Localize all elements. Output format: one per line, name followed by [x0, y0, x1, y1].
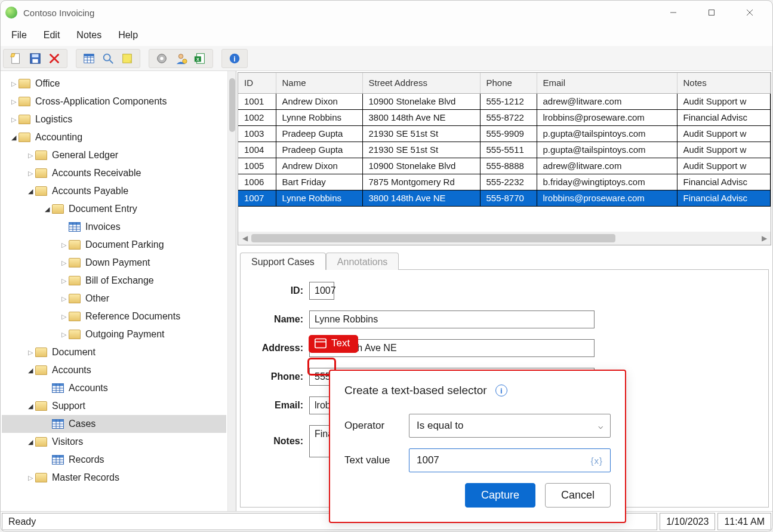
tree-leaf-records[interactable]: Records [2, 451, 226, 469]
tree-folder-general-ledger[interactable]: ▷General Ledger [2, 146, 226, 164]
menu-notes[interactable]: Notes [68, 26, 110, 44]
cell[interactable]: 555-9909 [480, 125, 537, 142]
cell[interactable]: 555-8722 [480, 109, 537, 125]
col-email[interactable]: Email [537, 73, 677, 93]
tree-caret-icon[interactable]: ▷ [59, 295, 69, 303]
cell[interactable]: 3800 148th Ave NE [362, 190, 480, 206]
cell[interactable]: lrobbins@proseware.com [537, 190, 677, 206]
text-selector-badge[interactable]: Text [309, 335, 358, 353]
col-id[interactable]: ID [238, 73, 276, 93]
tree-folder-accounts[interactable]: ◢Accounts [2, 361, 226, 379]
menu-help[interactable]: Help [110, 26, 146, 44]
delete-icon[interactable] [47, 51, 62, 66]
cell[interactable]: adrew@litware.com [537, 93, 677, 109]
text-value-input[interactable]: 1007 {x} [409, 448, 611, 472]
cell[interactable]: 1005 [238, 158, 276, 174]
save-icon[interactable] [27, 51, 43, 66]
tree-caret-icon[interactable]: ▷ [9, 116, 19, 124]
menu-edit[interactable]: Edit [35, 26, 69, 44]
user-icon[interactable] [173, 51, 189, 66]
cell[interactable]: Lynne Robbins [276, 190, 362, 206]
tree-folder-document-entry[interactable]: ◢Document Entry [2, 200, 226, 218]
cell[interactable]: 555-2232 [480, 174, 537, 190]
note-icon[interactable] [119, 51, 135, 66]
cell[interactable]: Lynne Robbins [276, 109, 362, 125]
cell[interactable]: 1004 [238, 142, 276, 158]
cell[interactable]: Pradeep Gupta [276, 142, 362, 158]
tree[interactable]: ▷Office▷Cross-Application Components▷Log… [1, 71, 227, 511]
col-phone[interactable]: Phone [480, 73, 537, 93]
table-row[interactable]: 1002Lynne Robbins3800 148th Ave NE555-87… [238, 109, 771, 125]
excel-icon[interactable]: X [192, 51, 208, 66]
variable-hint[interactable]: {x} [590, 456, 603, 466]
operator-select[interactable]: Is equal to ⌵ [409, 414, 611, 438]
cell[interactable]: 555-8888 [480, 158, 537, 174]
cell[interactable]: 7875 Montgomery Rd [362, 174, 480, 190]
cell[interactable]: 1007 [238, 190, 276, 206]
tree-folder-logistics[interactable]: ▷Logistics [2, 110, 226, 128]
cell[interactable]: p.gupta@tailspintoys.com [537, 125, 677, 142]
table-row[interactable]: 1004Pradeep Gupta21930 SE 51st St555-551… [238, 142, 771, 158]
capture-button[interactable]: Capture [465, 483, 535, 508]
table-row[interactable]: 1007Lynne Robbins3800 148th Ave NE555-87… [238, 190, 771, 206]
cell[interactable]: Audit Support w [677, 125, 771, 142]
cell[interactable]: Audit Support w [677, 93, 771, 109]
cell[interactable]: 1001 [238, 93, 276, 109]
tree-folder-down-payment[interactable]: ▷Down Payment [2, 254, 226, 272]
search-icon[interactable] [100, 51, 116, 66]
tree-caret-icon[interactable]: ◢ [42, 205, 52, 213]
tree-folder-bill-of-exchange[interactable]: ▷Bill of Exchange [2, 272, 226, 290]
tree-caret-icon[interactable]: ▷ [9, 98, 19, 106]
cell[interactable]: Financial Advisc [677, 190, 771, 206]
scroll-left-icon[interactable]: ◀ [238, 234, 251, 242]
tree-folder-accounting[interactable]: ◢Accounting [2, 128, 226, 146]
maximize-button[interactable] [701, 4, 722, 21]
gear-icon[interactable] [154, 51, 170, 66]
cell[interactable]: 21930 SE 51st St [362, 125, 480, 142]
tree-folder-accounts-receivable[interactable]: ▷Accounts Receivable [2, 164, 226, 182]
tree-caret-icon[interactable]: ▷ [59, 331, 69, 339]
col-name[interactable]: Name [276, 73, 362, 93]
cell[interactable]: p.gupta@tailspintoys.com [537, 142, 677, 158]
tree-folder-cross-application-components[interactable]: ▷Cross-Application Components [2, 93, 226, 110]
tree-folder-outgoing-payment[interactable]: ▷Outgoing Payment [2, 325, 226, 343]
cell[interactable]: Pradeep Gupta [276, 125, 362, 142]
tree-caret-icon[interactable]: ▷ [59, 277, 69, 285]
table-row[interactable]: 1005Andrew Dixon10900 Stonelake Blvd555-… [238, 158, 771, 174]
tree-folder-master-records[interactable]: ▷Master Records [2, 469, 226, 487]
tree-scrollbar[interactable] [227, 71, 236, 511]
col-street-address[interactable]: Street Address [362, 73, 480, 93]
cell[interactable]: 555-1212 [480, 93, 537, 109]
tree-folder-document-parking[interactable]: ▷Document Parking [2, 236, 226, 254]
tree-folder-accounts-payable[interactable]: ◢Accounts Payable [2, 182, 226, 200]
close-button[interactable] [739, 4, 760, 21]
tree-folder-reference-documents[interactable]: ▷Reference Documents [2, 307, 226, 325]
tree-caret-icon[interactable]: ▷ [59, 259, 69, 267]
table-row[interactable]: 1003Pradeep Gupta21930 SE 51st St555-990… [238, 125, 771, 142]
info-icon[interactable]: i [227, 51, 242, 66]
cell[interactable]: b.friday@wingtiptoys.com [537, 174, 677, 190]
grid-hscrollbar[interactable]: ◀ ▶ [238, 232, 771, 245]
cell[interactable]: Andrew Dixon [276, 158, 362, 174]
tree-leaf-accounts[interactable]: Accounts [2, 379, 226, 397]
tree-folder-other[interactable]: ▷Other [2, 290, 226, 307]
cell[interactable]: 555-8770 [480, 190, 537, 206]
cell[interactable]: 10900 Stonelake Blvd [362, 158, 480, 174]
cell[interactable]: 1003 [238, 125, 276, 142]
cell[interactable]: 555-5511 [480, 142, 537, 158]
scroll-right-icon[interactable]: ▶ [757, 234, 771, 242]
tree-caret-icon[interactable]: ◢ [26, 438, 35, 446]
data-grid[interactable]: IDNameStreet AddressPhoneEmailNotes 1001… [238, 72, 771, 245]
tree-caret-icon[interactable]: ◢ [9, 134, 19, 142]
cell[interactable]: Financial Advisc [677, 174, 771, 190]
scroll-thumb[interactable] [251, 234, 615, 242]
id-field[interactable]: 1007 [309, 282, 334, 300]
tab-annotations[interactable]: Annotations [326, 253, 399, 270]
tree-caret-icon[interactable]: ◢ [26, 187, 35, 195]
scroll-thumb[interactable] [229, 78, 235, 132]
tree-folder-document[interactable]: ▷Document [2, 343, 226, 361]
tree-leaf-invoices[interactable]: Invoices [2, 218, 226, 236]
cell[interactable]: Bart Friday [276, 174, 362, 190]
tree-caret-icon[interactable]: ▷ [9, 80, 19, 88]
tree-caret-icon[interactable]: ▷ [59, 313, 69, 321]
